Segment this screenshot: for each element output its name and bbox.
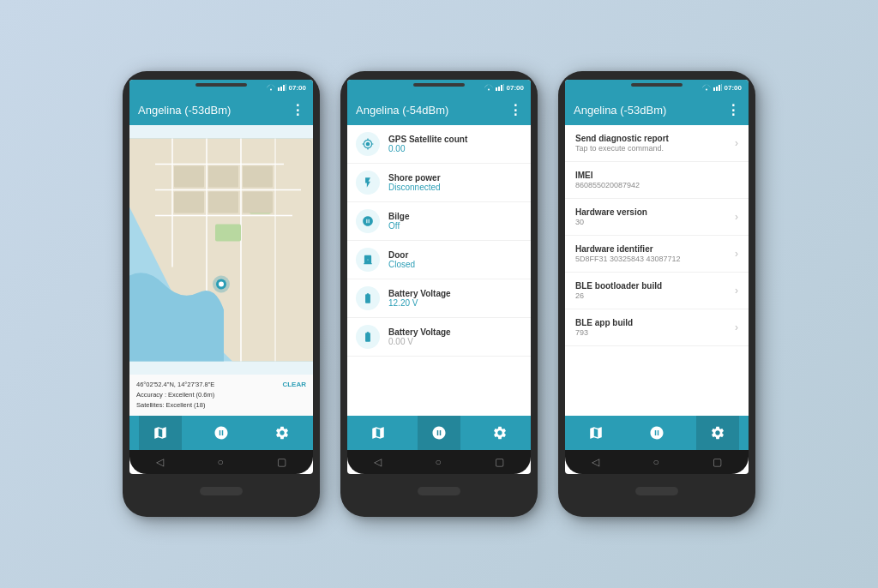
svg-rect-4 xyxy=(286,84,286,91)
sensor-battery2-label: Battery Voltage xyxy=(388,327,451,337)
settings-diagnostic-subtitle: Tap to execute command. xyxy=(575,144,669,153)
nav-map-3[interactable] xyxy=(574,416,617,450)
svg-rect-1 xyxy=(278,87,280,91)
back-btn-1[interactable]: ◁ xyxy=(156,456,164,468)
sensor-gps-text: GPS Satellite count 0.00 xyxy=(388,135,467,153)
svg-rect-32 xyxy=(719,85,720,91)
svg-rect-30 xyxy=(713,87,715,91)
sensor-bilge-value: Off xyxy=(388,221,409,231)
svg-point-0 xyxy=(270,89,272,91)
map-view[interactable] xyxy=(129,125,313,375)
home-button-2 xyxy=(418,487,460,495)
settings-ble-bootloader-text: BLE bootloader build 26 xyxy=(575,281,662,300)
sensor-bilge[interactable]: Bilge Off xyxy=(347,202,531,241)
svg-point-23 xyxy=(219,282,224,287)
battery2-icon xyxy=(356,325,380,349)
status-icons-3: 07:00 xyxy=(702,84,742,92)
chevron-ble-bootloader: › xyxy=(735,285,738,297)
settings-hw-identifier-title: Hardware identifier xyxy=(575,244,681,254)
status-bar-3: 07:00 xyxy=(565,80,749,95)
status-icons-1: 07:00 xyxy=(267,84,306,92)
settings-hw-identifier-subtitle: 5D8FF31 30325843 43087712 xyxy=(575,255,681,263)
shore-icon xyxy=(356,171,380,195)
nav-sensor-3[interactable] xyxy=(635,416,678,450)
settings-ble-bootloader[interactable]: BLE bootloader build 26 › xyxy=(565,273,749,309)
sensor-battery1-value: 12.20 V xyxy=(388,298,451,308)
settings-imei-title: IMEI xyxy=(575,171,640,180)
nav-settings-3[interactable] xyxy=(696,416,739,450)
app-bar-1: Angelina (-53dBm) ⋮ xyxy=(129,95,313,125)
nav-sensor-1[interactable] xyxy=(200,416,243,450)
phone-1-bottom xyxy=(129,474,313,508)
svg-rect-2 xyxy=(280,87,282,91)
battery1-icon xyxy=(356,286,380,310)
sensor-shore[interactable]: Shore power Disconnected xyxy=(347,164,531,202)
settings-diagnostic[interactable]: Send diagnostic report Tap to execute co… xyxy=(565,125,749,162)
settings-ble-bootloader-title: BLE bootloader build xyxy=(575,281,662,291)
clear-button[interactable]: CLEAR xyxy=(282,380,306,390)
sensor-door-text: Door Closed xyxy=(388,250,415,269)
sensor-door-value: Closed xyxy=(388,260,415,269)
sensor-list: GPS Satellite count 0.00 Shore power Dis… xyxy=(347,125,531,416)
nav-sensor-2[interactable] xyxy=(418,416,460,450)
app-bar-2: Angelina (-54dBm) ⋮ xyxy=(347,95,531,125)
settings-imei-subtitle: 860855020087942 xyxy=(575,181,640,189)
sensor-battery1[interactable]: Battery Voltage 12.20 V xyxy=(347,279,531,318)
bottom-nav-2 xyxy=(347,416,531,450)
sensor-door[interactable]: Door Closed xyxy=(347,241,531,279)
sensor-battery2-text: Battery Voltage 0.00 V xyxy=(388,327,451,346)
sensor-gps-value: 0.00 xyxy=(388,144,467,153)
status-icons-2: 07:00 xyxy=(484,84,524,92)
settings-hw-identifier-text: Hardware identifier 5D8FF31 30325843 430… xyxy=(575,244,681,263)
settings-hw-version-subtitle: 30 xyxy=(575,218,647,226)
nav-map-1[interactable] xyxy=(139,416,182,450)
menu-icon-3[interactable]: ⋮ xyxy=(726,102,740,118)
nav-settings-1[interactable] xyxy=(261,416,304,450)
home-btn-3[interactable]: ○ xyxy=(652,456,658,468)
app-title-2: Angelina (-54dBm) xyxy=(356,104,448,117)
coords-text: 46°02'52.4"N, 14°27'37.8"E xyxy=(136,380,214,390)
home-btn-1[interactable]: ○ xyxy=(217,456,223,468)
settings-list: Send diagnostic report Tap to execute co… xyxy=(565,125,749,416)
sensor-battery2-value: 0.00 V xyxy=(388,337,451,346)
menu-icon-1[interactable]: ⋮ xyxy=(291,102,304,118)
sensor-gps[interactable]: GPS Satellite count 0.00 xyxy=(347,125,531,164)
svg-rect-3 xyxy=(283,85,285,91)
map-info: 46°02'52.4"N, 14°27'37.8"E Accuracy : Ex… xyxy=(129,375,313,416)
settings-ble-bootloader-subtitle: 26 xyxy=(575,291,662,300)
sensor-shore-value: Disconnected xyxy=(388,183,441,192)
phone-2-bottom xyxy=(347,474,531,508)
back-btn-3[interactable]: ◁ xyxy=(592,456,599,468)
settings-hw-version[interactable]: Hardware version 30 › xyxy=(565,199,749,236)
phone-2: 07:00 Angelina (-54dBm) ⋮ GPS Satellite … xyxy=(340,71,538,517)
svg-rect-20 xyxy=(243,192,273,213)
map-screen: 46°02'52.4"N, 14°27'37.8"E Accuracy : Ex… xyxy=(129,125,313,416)
time-1: 07:00 xyxy=(289,84,306,92)
bilge-icon xyxy=(356,209,380,233)
back-btn-2[interactable]: ◁ xyxy=(374,456,382,468)
settings-hw-version-text: Hardware version 30 xyxy=(575,207,647,226)
status-bar-2: 07:00 xyxy=(347,80,531,95)
settings-hw-identifier[interactable]: Hardware identifier 5D8FF31 30325843 430… xyxy=(565,236,749,273)
settings-ble-app[interactable]: BLE app build 793 › xyxy=(565,309,749,346)
phone-1-screen: 07:00 Angelina (-53dBm) ⋮ xyxy=(129,80,313,474)
svg-rect-31 xyxy=(716,87,718,91)
home-btn-2[interactable]: ○ xyxy=(435,456,441,468)
svg-rect-13 xyxy=(215,225,241,242)
menu-icon-2[interactable]: ⋮ xyxy=(508,102,522,118)
svg-rect-25 xyxy=(496,87,497,91)
chevron-hw-identifier: › xyxy=(735,248,738,260)
recents-btn-1[interactable]: ▢ xyxy=(277,456,286,468)
settings-diagnostic-title: Send diagnostic report xyxy=(575,134,669,143)
recents-btn-3[interactable]: ▢ xyxy=(713,456,722,468)
recents-btn-2[interactable]: ▢ xyxy=(495,456,504,468)
nav-settings-2[interactable] xyxy=(478,416,521,450)
sensor-battery1-label: Battery Voltage xyxy=(388,289,451,298)
sensor-gps-label: GPS Satellite count xyxy=(388,135,467,144)
satellites-text: Satellites: Excellent (18) xyxy=(136,400,214,411)
time-2: 07:00 xyxy=(507,84,524,92)
chevron-hw-version: › xyxy=(735,211,738,223)
nav-map-2[interactable] xyxy=(357,416,400,450)
settings-hw-version-title: Hardware version xyxy=(575,207,647,217)
sensor-battery2[interactable]: Battery Voltage 0.00 V xyxy=(347,318,531,357)
